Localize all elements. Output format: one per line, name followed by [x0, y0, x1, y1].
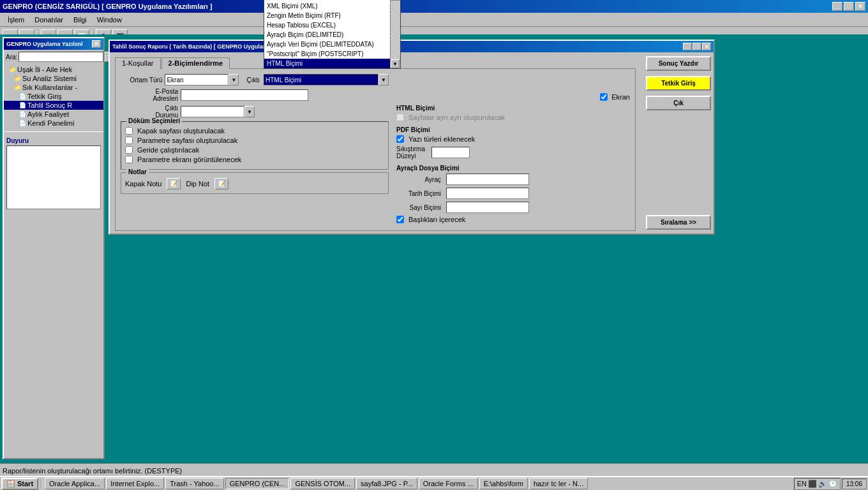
tree-item-aylik[interactable]: 📄 Aylık Faaliyet	[4, 110, 103, 119]
folder-icon: 📁	[14, 84, 21, 91]
notlar-title: Notlar	[126, 168, 149, 175]
tree-area: 📁 Uşak İli - Aile Hek 📁 Su Analiz Sistem…	[4, 64, 103, 129]
tree-item-kendi[interactable]: 📄 Kendi Panelimi	[4, 119, 103, 128]
dropdown-excel[interactable]: Hesap Tablosu (EXCEL)	[264, 20, 390, 30]
doc-icon: 📄	[19, 120, 26, 126]
cikti-durum-select[interactable]: ▼	[181, 106, 255, 117]
search-input[interactable]	[19, 52, 103, 62]
spacer	[646, 115, 711, 210]
tab-kosullar[interactable]: 1-Koşullar	[115, 57, 161, 69]
sayi-bicimi-input[interactable]	[446, 202, 529, 213]
ortam-turu-row: Ortam Türü Ekran ▼ Çıktı HTML Biçimi	[121, 74, 389, 85]
left-panel-close[interactable]: ✕	[92, 40, 101, 48]
taskbar-ahbs-form[interactable]: E:\ahbs\form	[479, 478, 528, 489]
kapak-notu-btn[interactable]: 📝	[167, 178, 181, 189]
html-sayfalar-label: Sayfalar ayrı ayrı oluşturulacak	[408, 114, 505, 121]
taskbar-oracle-forms[interactable]: Oracle Forms ...	[419, 478, 478, 489]
cikti-value: HTML Biçimi	[264, 74, 378, 85]
duyuru-title: Duyuru	[6, 137, 101, 144]
cb-parametre-ekran-input[interactable]	[125, 156, 133, 163]
taskbar-trash-yahoo-label: Trash - Yahoo...	[170, 480, 219, 487]
dialog-title: Tahlil Sonuç Raporu ( Tarih Bazında) [ G…	[110, 41, 714, 52]
menu-window[interactable]: Window	[92, 15, 127, 25]
ortam-turu-select[interactable]: Ekran ▼	[165, 74, 239, 85]
cb-parametre-label: Parametre sayfası oluşturulacak	[137, 137, 237, 144]
html-sayfalar-cb[interactable]	[396, 114, 404, 121]
dropdown-rtf[interactable]: Zengin Metin Biçimi (RTF)	[264, 11, 390, 20]
ayrac-label: Ayraç	[396, 176, 441, 183]
tab-bicimlendirme[interactable]: 2-Biçimlendirme	[161, 57, 230, 69]
minimize-button[interactable]: _	[832, 2, 842, 11]
tree-item-kendi-label: Kendi Panelimi	[27, 119, 74, 127]
ortam-turu-arrow[interactable]: ▼	[228, 74, 239, 85]
pdf-yazi-cb[interactable]	[396, 135, 404, 143]
cik-button[interactable]: Çık	[646, 96, 711, 110]
taskbar-hazir-tc-label: hazır tc ler - N...	[534, 480, 583, 487]
left-panel-title-text: GENPRO Uygulama Yazılımları	[6, 41, 83, 47]
tree-item-usak[interactable]: 📁 Uşak İli - Aile Hek	[4, 65, 103, 74]
menu-donatılar[interactable]: Donatılar	[29, 15, 68, 25]
taskbar-gensis-otom[interactable]: GENSİS OTOM...	[290, 478, 355, 489]
tree-item-usak-label: Uşak İli - Aile Hek	[17, 66, 72, 73]
dialog-min-button[interactable]: _	[683, 43, 692, 50]
dropdown-delimiteddata[interactable]: Ayraçlı Veri Biçimi (DELIMITEDDATA)	[264, 40, 390, 49]
tarih-bicimi-input[interactable]	[446, 188, 529, 199]
tree-item-su-label: Su Analiz Sistemi	[22, 75, 77, 82]
dropdown-delimited[interactable]: Ayraçlı Biçim (DELIMITED)	[264, 30, 390, 40]
dropdown-xml[interactable]: XML Biçimi (XML)	[264, 1, 390, 11]
menu-bar: İşlem Donatılar Bilgi Window	[0, 13, 868, 27]
scroll-down-btn[interactable]: ▼	[391, 59, 400, 68]
duyuru-box	[6, 145, 101, 209]
basliklar-cb[interactable]	[396, 216, 404, 223]
taskbar-internet-explo[interactable]: Internet Explo...	[106, 478, 164, 489]
taskbar-hazir-tc[interactable]: hazır tc ler - N...	[529, 478, 588, 489]
eposta-input[interactable]	[181, 89, 308, 101]
taskbar-genpro-cen[interactable]: GENPRO (CEN...	[225, 478, 290, 489]
sonuc-yazdir-button[interactable]: Sonuç Yazdır	[646, 56, 711, 71]
dip-not-label: Dip Not	[186, 180, 209, 188]
tree-item-tahlil[interactable]: 📄 Tahlil Sonuç R	[4, 101, 103, 110]
start-icon: 🪟	[6, 480, 15, 488]
start-button[interactable]: 🪟 Start	[1, 478, 38, 490]
taskbar-oracle-applica-label: Oracle Applica...	[49, 480, 100, 487]
tarih-bicimi-row: Tarih Biçimi	[396, 188, 630, 199]
tree-item-aylik-label: Aylık Faaliyet	[27, 110, 69, 118]
cikti-durum-arrow[interactable]: ▼	[244, 106, 255, 117]
tetkik-giris-button[interactable]: Tetkik Giriş	[646, 76, 711, 91]
sys-tray-icon-1: ⬛	[808, 480, 817, 488]
cikti-select[interactable]: HTML Biçimi ▼	[264, 74, 389, 85]
basliklar-row: Başlıkları içerecek	[396, 216, 630, 223]
taskbar-sayfa8[interactable]: sayfa8.JPG - P...	[356, 478, 417, 489]
ekran-checkbox[interactable]	[600, 93, 608, 101]
ayrac-input[interactable]	[446, 174, 529, 185]
left-panel: GENPRO Uygulama Yazılımları ✕ Ara: 🔍 ✕ 📁…	[3, 37, 105, 459]
sikistirma-input[interactable]	[431, 147, 470, 158]
taskbar-trash-yahoo[interactable]: Trash - Yahoo...	[165, 478, 223, 489]
tree-item-sik[interactable]: 📁 Sık Kullanılanlar -	[4, 83, 103, 92]
ayrac-row: Ayraç	[396, 174, 630, 185]
menu-bilgi[interactable]: Bilgi	[68, 15, 92, 25]
tree-item-tetkik[interactable]: 📄 Tetkik Giriş	[4, 92, 103, 101]
cb-parametre-ekran: Parametre ekranı görüntülenecek	[125, 156, 384, 163]
doc-icon: 📄	[19, 111, 26, 117]
cb-parametre-input[interactable]	[125, 137, 133, 144]
dialog-close-button[interactable]: ✕	[702, 43, 711, 50]
dropdown-html[interactable]: HTML Biçimi	[264, 59, 390, 68]
ortam-turu-label: Ortam Türü	[121, 77, 162, 84]
menu-islem[interactable]: İşlem	[3, 15, 29, 25]
siralama-button[interactable]: Sıralama >>	[646, 215, 711, 230]
dropdown-scrollbar: ▲ ▼	[390, 0, 400, 68]
tree-item-su[interactable]: 📁 Su Analiz Sistemi	[4, 74, 103, 83]
html-sayfalar-row: Sayfalar ayrı ayrı oluşturulacak	[396, 114, 630, 121]
dialog-max-button[interactable]: □	[692, 43, 701, 50]
cikti-arrow[interactable]: ▼	[378, 74, 389, 85]
cb-kapak-input[interactable]	[125, 127, 133, 135]
left-panel-title: GENPRO Uygulama Yazılımları ✕	[4, 38, 103, 50]
cb-geride-input[interactable]	[125, 146, 133, 154]
left-panel-sep	[4, 131, 103, 132]
dropdown-postscript[interactable]: "Postscript" Biçim (POSTSCRIPT)	[264, 49, 390, 59]
close-button[interactable]: ✕	[855, 2, 865, 11]
maximize-button[interactable]: □	[844, 2, 854, 11]
taskbar-oracle-applica[interactable]: Oracle Applica...	[45, 478, 105, 489]
dip-not-btn[interactable]: 📝	[214, 178, 228, 189]
